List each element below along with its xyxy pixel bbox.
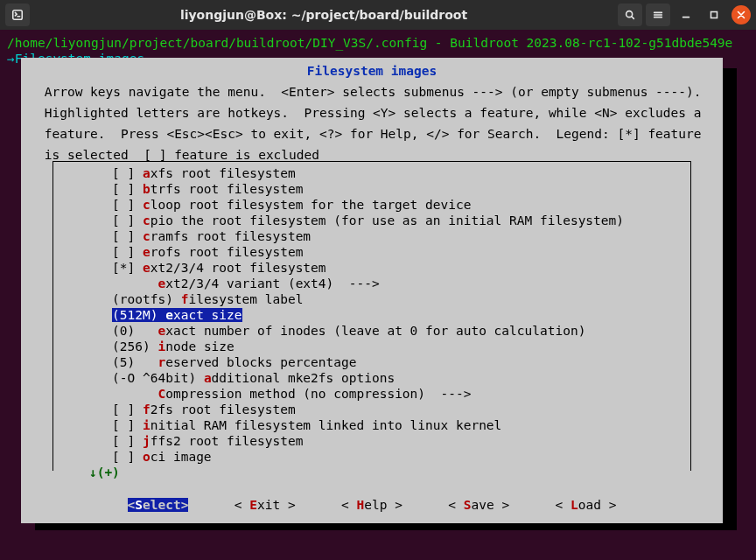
menu-item[interactable]: [ ] f2fs root filesystem (59, 402, 296, 416)
search-button[interactable] (618, 4, 642, 26)
minimize-button[interactable] (674, 4, 698, 26)
menuconfig-dialog: Filesystem images Arrow keys navigate th… (21, 58, 723, 523)
menu-button[interactable] (646, 4, 670, 26)
load-button[interactable]: < Load > (556, 498, 617, 512)
menu-item[interactable]: (rootfs) filesystem label (59, 292, 303, 306)
menu-item[interactable]: (0) exact number of inodes (leave at 0 f… (59, 324, 585, 338)
menu-item[interactable]: (256) inode size (59, 340, 234, 354)
dialog-title: Filesystem images (37, 63, 707, 79)
menu-item[interactable]: [*] ext2/3/4 root filesystem (59, 261, 326, 275)
window-title: liyongjun@Box: ~/project/board/buildroot (33, 9, 614, 21)
new-tab-button[interactable] (5, 4, 30, 26)
menu-item[interactable]: [ ] erofs root filesystem (59, 245, 303, 259)
menu-item[interactable]: [ ] cramfs root filesystem (59, 229, 311, 243)
scroll-indicator: ↓(+) (53, 465, 690, 480)
dialog-help-line: Highlighted letters are hotkeys. Pressin… (21, 100, 723, 121)
terminal-icon (11, 9, 24, 21)
menu-item[interactable]: [ ] cloop root filesystem for the target… (59, 198, 471, 212)
maximize-icon (708, 9, 720, 21)
menu-item[interactable]: (-O ^64bit) additional mke2fs options (59, 371, 395, 385)
menu-item[interactable]: [ ] initial RAM filesystem linked into l… (59, 418, 501, 432)
menu-item[interactable]: Compression method (no compression) ---> (59, 387, 471, 401)
terminal-area[interactable]: /home/liyongjun/project/board/buildroot/… (0, 30, 756, 560)
hamburger-icon (652, 9, 664, 21)
svg-rect-2 (711, 12, 718, 18)
svg-rect-0 (13, 10, 23, 20)
select-button[interactable]: <Select> (128, 498, 189, 512)
menu-item[interactable]: [ ] cpio the root filesystem (for use as… (59, 214, 624, 228)
exit-button[interactable]: < Exit > (234, 498, 296, 512)
menu-item[interactable]: (5) reserved blocks percentage (59, 355, 356, 369)
terminal-path-line: /home/liyongjun/project/board/buildroot/… (0, 35, 756, 51)
menu-item[interactable]: ext2/3/4 variant (ext4) ---> (59, 276, 380, 290)
menu-list[interactable]: [ ] axfs root filesystem [ ] btrfs root … (53, 165, 690, 465)
close-icon (735, 9, 747, 21)
minimize-icon (680, 9, 692, 21)
menu-item[interactable]: [ ] axfs root filesystem (59, 166, 296, 180)
save-button[interactable]: < Save > (448, 498, 509, 512)
window-titlebar: liyongjun@Box: ~/project/board/buildroot (0, 0, 756, 30)
menu-item[interactable]: [ ] jffs2 root filesystem (59, 434, 303, 448)
dialog-help-line: feature. Press <Esc><Esc> to exit, <?> f… (21, 121, 723, 142)
menu-item[interactable]: [ ] oci image (59, 450, 212, 464)
menu-item[interactable]: (512M) exact size (59, 308, 242, 322)
close-button[interactable] (732, 5, 751, 24)
search-icon (624, 9, 636, 21)
dialog-button-bar: <Select> < Exit > < Help > < Save > < Lo… (21, 497, 723, 513)
dialog-help-line: is selected [ ] feature is excluded (21, 142, 723, 163)
help-button[interactable]: < Help > (341, 498, 402, 512)
menu-list-frame: [ ] axfs root filesystem [ ] btrfs root … (52, 161, 691, 471)
menu-item[interactable]: [ ] btrfs root filesystem (59, 182, 303, 196)
maximize-button[interactable] (702, 4, 726, 26)
dialog-help-line: Arrow keys navigate the menu. <Enter> se… (21, 79, 723, 100)
